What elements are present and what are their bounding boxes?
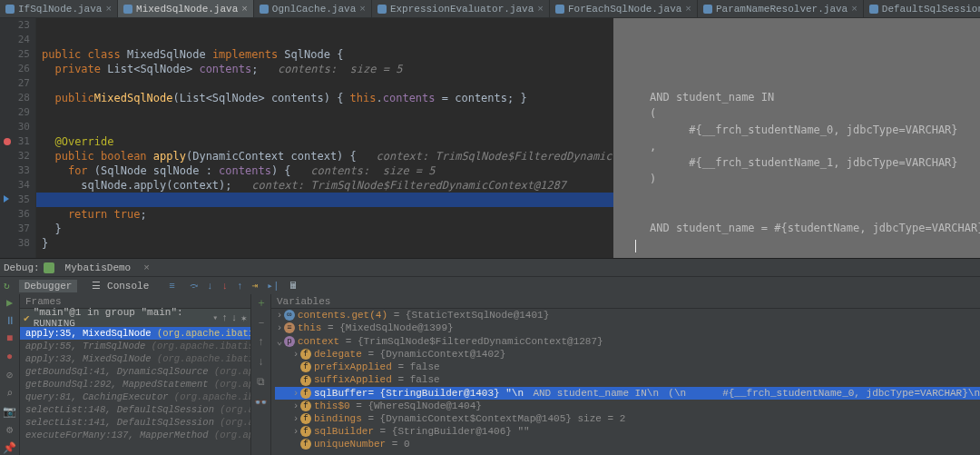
camera-icon[interactable]: 📷	[4, 405, 16, 418]
close-icon[interactable]: ×	[851, 4, 858, 15]
editor-tab[interactable]: MixedSqlNode.java×	[118, 0, 254, 17]
watch-icon: ∞	[284, 310, 295, 321]
frames-pane: Frames ✔ "main"@1 in group "main": RUNNI…	[20, 294, 251, 455]
bug-icon	[44, 262, 54, 273]
stop-icon[interactable]: ■	[4, 332, 16, 345]
field-icon: f	[300, 413, 311, 424]
field-icon: f	[300, 388, 311, 399]
frame-row[interactable]: apply:33, MixedSqlNode (org.apache.ibati…	[20, 352, 250, 365]
debug-toolbar: ↻ Debugger ☰ Console ≡ ⤼ ↓ ↓ ↑ ⇥ ▸| 🖩	[0, 276, 980, 294]
frame-row[interactable]: query:81, CachingExecutor (org.apache.ib…	[20, 391, 250, 403]
pause-icon[interactable]: ⏸	[4, 314, 16, 327]
java-file-icon	[123, 5, 132, 14]
copy-icon[interactable]: ⧉	[255, 376, 268, 389]
settings-icon[interactable]: ⚙	[4, 423, 16, 436]
field-icon: f	[300, 401, 311, 411]
close-icon[interactable]: ×	[685, 4, 691, 15]
close-icon[interactable]: ×	[143, 262, 150, 273]
frame-row[interactable]: getBoundSql:292, MappedStatement (org.ap…	[20, 378, 250, 391]
threads-icon[interactable]: ≡	[163, 280, 181, 292]
close-icon[interactable]: ×	[241, 4, 248, 15]
frame-row[interactable]: selectList:148, DefaultSqlSession (org.a…	[20, 403, 250, 416]
debugger-tab[interactable]: Debugger	[19, 280, 78, 292]
close-icon[interactable]: ×	[537, 4, 544, 15]
sql-preview-panel[interactable]: AND student_name IN ( #{__frch_studentNa…	[613, 18, 980, 258]
thread-selector[interactable]: ✔ "main"@1 in group "main": RUNNING ▾ ↑ …	[20, 309, 250, 327]
console-icon: ☰	[92, 281, 107, 292]
run-to-cursor-icon[interactable]: ▸|	[267, 280, 279, 292]
prev-frame-icon[interactable]: ↑	[221, 312, 228, 323]
step-over-icon[interactable]: ⤼	[190, 280, 198, 292]
frame-row[interactable]: executeForMany:137, MapperMethod (org.ap…	[20, 429, 250, 441]
variable-row[interactable]: ›f sqlBuffer = {StringBuilder@1403} "\n …	[275, 387, 980, 400]
step-out-icon[interactable]: ↑	[237, 281, 243, 292]
variable-row[interactable]: ›≡this = {MixedSqlNode@1399}	[275, 321, 980, 334]
sql-line: )	[650, 173, 656, 185]
code-area[interactable]: public class MixedSqlNode implements Sql…	[36, 18, 613, 258]
close-icon[interactable]: ×	[105, 4, 112, 15]
editor-tab[interactable]: DefaultSqlSession.java×	[864, 0, 980, 17]
variable-row[interactable]: ›fbindings = {DynamicContext$ContextMap@…	[275, 412, 980, 425]
close-icon[interactable]: ×	[359, 4, 366, 15]
variable-row[interactable]: ›fsqlBuilder = {StringBuilder@1406} ""	[275, 425, 980, 438]
pin-icon[interactable]: 📌	[4, 441, 16, 454]
frame-row[interactable]: getBoundSql:41, DynamicSqlSource (org.ap…	[20, 365, 250, 378]
sql-line: AND student_name IN	[650, 91, 774, 104]
editor-tab[interactable]: ParamNameResolver.java×	[698, 0, 864, 17]
editor-tab[interactable]: IfSqlNode.java×	[0, 0, 118, 17]
object-icon: ≡	[284, 322, 295, 333]
editor-tabbar: IfSqlNode.java× MixedSqlNode.java× OgnlC…	[0, 0, 980, 18]
force-step-into-icon[interactable]: ↓	[221, 281, 228, 292]
variable-row[interactable]: ›fdelegate = {DynamicContext@1402}	[275, 348, 980, 361]
next-frame-icon[interactable]: ↓	[231, 312, 238, 323]
variable-row[interactable]: ›∞contents.get(4) = {StaticTextSqlNode@1…	[275, 309, 980, 321]
java-file-icon	[869, 5, 878, 14]
filter-icon[interactable]: ✶	[240, 312, 247, 324]
debug-action-rail: ▶ ⏸ ■ ● ⊘ ⌕ 📷 ⚙ 📌	[0, 294, 20, 455]
variable-row[interactable]: ›fthis$0 = {WhereSqlNode@1404}	[275, 400, 980, 412]
variable-row[interactable]: funiqueNumber = 0	[275, 438, 980, 450]
up-icon[interactable]: ↑	[255, 336, 268, 349]
rerun-icon[interactable]: ↻	[4, 280, 10, 292]
main-split: 23 24 25 26 27 28 29 30 31 32 33 34 35 3…	[0, 18, 980, 258]
editor-tab[interactable]: ExpressionEvaluator.java×	[372, 0, 550, 17]
chevron-down-icon[interactable]: ▾	[212, 312, 218, 323]
remove-watch-icon[interactable]: －	[255, 316, 268, 329]
gutter[interactable]: 23 24 25 26 27 28 29 30 31 32 33 34 35 3…	[0, 18, 36, 258]
show-watches-icon[interactable]: 👓	[255, 396, 268, 409]
debug-title: Debug:	[4, 262, 40, 273]
java-file-icon	[260, 5, 269, 14]
java-file-icon	[703, 5, 712, 14]
sql-line: #{__frch_studentName_1, jdbcType=VARCHAR…	[650, 156, 958, 169]
param-icon: p	[284, 336, 295, 347]
mute-breakpoints-icon[interactable]: ⊘	[4, 369, 16, 381]
resume-icon[interactable]: ▶	[4, 296, 16, 309]
text-caret	[635, 240, 636, 252]
frame-row[interactable]: apply:55, TrimSqlNode (org.apache.ibatis…	[20, 340, 250, 352]
frames-list[interactable]: apply:35, MixedSqlNode (org.apache.ibati…	[20, 327, 250, 455]
frame-row[interactable]: apply:35, MixedSqlNode (org.apache.ibati…	[20, 327, 250, 340]
java-file-icon	[555, 5, 564, 14]
variable-row[interactable]: fprefixApplied = false	[275, 361, 980, 373]
run-config-name[interactable]: MybatisDemo	[58, 261, 139, 275]
view-breakpoints-icon[interactable]: ●	[4, 351, 16, 363]
variable-row[interactable]: fsuffixApplied = false	[275, 373, 980, 386]
frame-row[interactable]: selectList:141, DefaultSqlSession (org.a…	[20, 416, 250, 429]
breakpoint-icon[interactable]	[4, 138, 11, 145]
java-file-icon	[5, 5, 15, 14]
execution-point-icon	[4, 195, 9, 203]
editor-tab[interactable]: OgnlCache.java×	[254, 0, 372, 17]
variables-tree[interactable]: ›∞contents.get(4) = {StaticTextSqlNode@1…	[271, 309, 980, 455]
variables-header: Variables	[271, 294, 980, 309]
evaluate-icon[interactable]: 🖩	[289, 280, 299, 292]
editor: 23 24 25 26 27 28 29 30 31 32 33 34 35 3…	[0, 18, 613, 258]
drop-frame-icon[interactable]: ⇥	[252, 280, 259, 292]
console-tab[interactable]: ☰ Console	[86, 279, 154, 292]
editor-tab[interactable]: ForEachSqlNode.java×	[550, 0, 698, 17]
sql-line: (	[650, 107, 656, 120]
variable-row[interactable]: ⌄pcontext = {TrimSqlNode$FilteredDynamic…	[275, 334, 980, 348]
add-watch-icon[interactable]: ＋	[255, 296, 268, 309]
step-into-icon[interactable]: ↓	[207, 281, 213, 292]
down-icon[interactable]: ↓	[255, 356, 268, 369]
dump-icon[interactable]: ⌕	[4, 387, 16, 400]
